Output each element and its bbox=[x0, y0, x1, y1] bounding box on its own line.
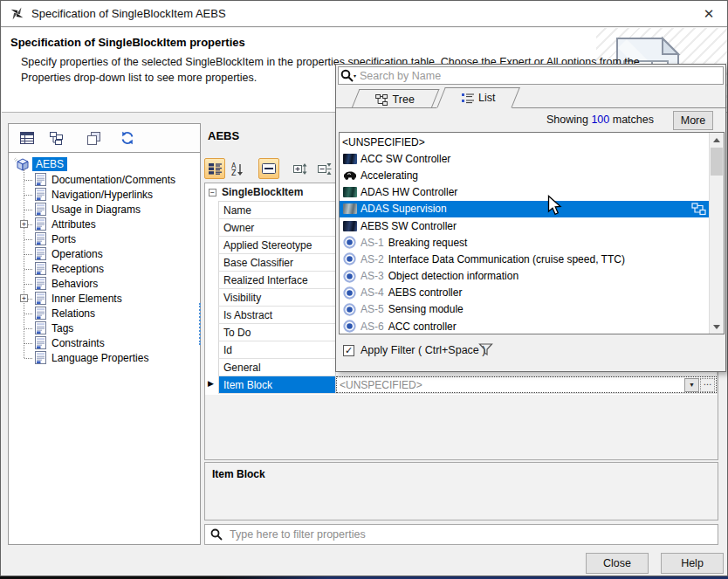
description-panel-title: Item Block bbox=[205, 463, 718, 480]
element-list-item-as-4[interactable]: AS-4AEBS controller bbox=[340, 285, 709, 301]
element-list-item-as-2[interactable]: AS-2Interface Data Communication (cruise… bbox=[340, 251, 709, 267]
window-close-button[interactable]: ✕ bbox=[697, 4, 720, 24]
element-list-item-as-5[interactable]: AS-5Sensing module bbox=[340, 301, 709, 318]
interface-target-icon bbox=[342, 320, 357, 333]
element-list-item-aebs-sw-controller[interactable]: AEBS SW Controller bbox=[340, 217, 709, 234]
refresh-button[interactable] bbox=[117, 128, 138, 148]
item-block-value-field[interactable]: <UNSPECIFIED>▼… bbox=[336, 376, 717, 393]
properties-panel-title: AEBS bbox=[208, 129, 239, 142]
filter-properties-input[interactable] bbox=[228, 527, 718, 541]
expand-all-button[interactable] bbox=[290, 158, 311, 179]
description-area-toggle-button[interactable] bbox=[258, 158, 279, 179]
title-bar: Specification of SingleBlockItem AEBS ✕ bbox=[1, 1, 727, 27]
property-label: Applied Stereotype bbox=[219, 237, 336, 253]
ellipsis-button[interactable]: … bbox=[700, 378, 715, 392]
tree-item-tags[interactable]: Tags bbox=[12, 321, 198, 335]
property-row-item-block[interactable]: Item Block<UNSPECIFIED>▼… bbox=[218, 376, 718, 394]
properties-toolbar: AZ bbox=[204, 157, 335, 180]
expand-plus-icon[interactable]: + bbox=[20, 294, 28, 302]
tree-root-label: AEBS bbox=[32, 157, 67, 171]
element-list-item-accelerating[interactable]: Accelerating bbox=[340, 167, 709, 183]
element-list-item-as-6[interactable]: AS-6ACC controller bbox=[340, 318, 709, 334]
element-id: AS-4 bbox=[361, 286, 384, 299]
tree-item-operations[interactable]: Operations bbox=[12, 246, 198, 261]
tree-item-navigation-hyperlinks[interactable]: Navigation/Hyperlinks bbox=[12, 187, 198, 202]
element-list-item-as-3[interactable]: AS-3Object detection information bbox=[340, 268, 709, 285]
apply-filter-label: Apply Filter ( Ctrl+Space ) bbox=[361, 344, 485, 356]
page-icon bbox=[35, 321, 46, 334]
element-label: Accelerating bbox=[361, 169, 418, 182]
dropdown-arrow-button[interactable]: ▼ bbox=[684, 378, 699, 392]
filter-funnel-icon[interactable] bbox=[478, 343, 493, 359]
element-label: ACC controller bbox=[388, 321, 457, 333]
element-list: <UNSPECIFIED>ACC SW ControllerAccelerati… bbox=[339, 132, 725, 334]
help-button[interactable]: Help bbox=[661, 553, 724, 574]
element-id: AS-2 bbox=[361, 253, 384, 265]
element-label: ADAS HW Controller bbox=[361, 186, 457, 198]
property-label: Name bbox=[219, 202, 336, 218]
tab-tree[interactable]: Tree bbox=[352, 89, 440, 108]
app-pinwheel-icon bbox=[10, 6, 24, 21]
block-cube-icon bbox=[14, 157, 30, 172]
tree-item-label: Navigation/Hyperlinks bbox=[52, 189, 153, 201]
panel-splitter-handle[interactable] bbox=[199, 303, 203, 345]
bitmap-thumbnail-icon bbox=[342, 203, 357, 214]
tree-item-label: Language Properties bbox=[52, 352, 148, 364]
element-list-item-adas-supervision[interactable]: ADAS Supervision bbox=[340, 201, 709, 217]
tree-item-documentation-comments[interactable]: Documentation/Comments bbox=[12, 172, 198, 187]
page-icon bbox=[35, 232, 46, 245]
page-icon bbox=[35, 292, 46, 305]
popup-filter-row: ✓ Apply Filter ( Ctrl+Space ) bbox=[336, 334, 725, 371]
tree-root-aebs[interactable]: AEBS bbox=[12, 156, 198, 172]
element-list-item-as-1[interactable]: AS-1Breaking request bbox=[340, 234, 709, 251]
page-icon bbox=[35, 173, 46, 186]
tree-item-receptions[interactable]: Receptions bbox=[12, 261, 198, 276]
tab-list[interactable]: List bbox=[436, 87, 520, 108]
tree-item-attributes[interactable]: +Attributes bbox=[12, 217, 198, 231]
specification-dialog: Specification of SingleBlockItem AEBS ✕ bbox=[0, 0, 728, 576]
tab-list-label: List bbox=[478, 92, 495, 104]
tree-view-button[interactable] bbox=[45, 128, 66, 148]
property-label: To Do bbox=[219, 324, 336, 341]
popup-search-input[interactable] bbox=[358, 69, 723, 83]
tree-item-ports[interactable]: Ports bbox=[12, 231, 198, 246]
tree-item-behaviors[interactable]: Behaviors bbox=[12, 276, 198, 291]
property-group-label: SingleBlockItem bbox=[222, 186, 303, 198]
categorized-view-button[interactable] bbox=[204, 158, 225, 179]
tree-item-inner-elements[interactable]: +Inner Elements bbox=[12, 291, 198, 306]
expand-plus-icon[interactable]: + bbox=[20, 220, 28, 228]
scrollbar-thumb[interactable] bbox=[711, 148, 723, 176]
tree-item-label: Inner Elements bbox=[52, 293, 122, 305]
tree-item-constraints[interactable]: Constraints bbox=[12, 335, 198, 350]
copy-view-button[interactable] bbox=[83, 128, 104, 148]
tree-children: Documentation/CommentsNavigation/Hyperli… bbox=[12, 172, 198, 365]
collapse-all-button[interactable] bbox=[314, 158, 335, 179]
property-value[interactable]: <UNSPECIFIED>▼… bbox=[336, 376, 718, 393]
element-label: AEBS SW Controller bbox=[361, 220, 457, 232]
close-button[interactable]: Close bbox=[586, 553, 649, 574]
tree-item-relations[interactable]: Relations bbox=[12, 306, 198, 321]
more-button[interactable]: More bbox=[673, 111, 713, 130]
element-list-item-adas-hw-controller[interactable]: ADAS HW Controller bbox=[340, 184, 709, 201]
tree-item-usage-in-diagrams[interactable]: Usage in Diagrams bbox=[12, 202, 198, 217]
element-list-item--unspecified-[interactable]: <UNSPECIFIED> bbox=[340, 134, 709, 150]
properties-view-button[interactable] bbox=[17, 128, 38, 148]
scrollbar-up-arrow[interactable] bbox=[710, 133, 724, 147]
page-icon bbox=[35, 307, 46, 320]
search-options-caret-icon[interactable]: ▾ bbox=[354, 72, 356, 79]
popup-search-field: ▾ bbox=[338, 66, 724, 85]
scrollbar-down-arrow[interactable] bbox=[710, 320, 724, 334]
tree-item-label: Usage in Diagrams bbox=[52, 203, 141, 216]
list-scrollbar[interactable] bbox=[709, 133, 724, 334]
element-label: AEBS controller bbox=[388, 286, 463, 299]
apply-filter-checkbox[interactable]: ✓ bbox=[343, 345, 354, 356]
tree-toolbar bbox=[9, 124, 200, 153]
sort-alphabetically-button[interactable]: AZ bbox=[227, 158, 248, 179]
tree-item-language-properties[interactable]: Language Properties bbox=[12, 350, 198, 365]
element-list-item-acc-sw-controller[interactable]: ACC SW Controller bbox=[340, 150, 709, 167]
collapse-group-icon[interactable]: − bbox=[209, 189, 216, 196]
popup-tabs: Tree List bbox=[336, 86, 725, 108]
tree-item-label: Receptions bbox=[52, 263, 104, 275]
interface-target-icon bbox=[342, 252, 357, 265]
bitmap-thumbnail-icon bbox=[342, 154, 357, 164]
